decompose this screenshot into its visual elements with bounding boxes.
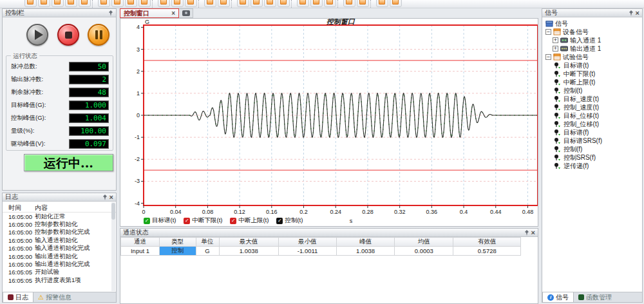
svg-text:4: 4	[137, 24, 140, 30]
tree-root-signal[interactable]: 信号	[544, 19, 641, 28]
toolbar-button[interactable]	[52, 0, 64, 7]
toolbar-button[interactable]	[324, 0, 336, 7]
tab-control-window[interactable]: 控制窗口 ×	[120, 8, 179, 18]
toolbar-button[interactable]	[138, 0, 151, 7]
toolbar-button[interactable]	[185, 0, 197, 7]
toolbar-icon	[54, 0, 61, 5]
log-tabbar: 日志 ⚠ 报警信息	[3, 292, 116, 302]
toolbar-button[interactable]	[278, 0, 290, 7]
tab-function-manager[interactable]: 函数管理	[574, 292, 616, 302]
toolbar-button[interactable]	[343, 0, 355, 7]
pin-icon[interactable]	[108, 10, 113, 16]
svg-text:0.28: 0.28	[362, 209, 374, 215]
toolbar-icon	[240, 0, 246, 5]
collapse-icon[interactable]: −	[545, 29, 551, 35]
tree-item[interactable]: 逆传递(f)	[544, 162, 641, 170]
tree-item[interactable]: −设备信号	[544, 28, 641, 36]
tree-item[interactable]: +输出通道 1	[544, 44, 641, 53]
tree-item[interactable]: 中断上限(t)	[544, 78, 641, 86]
table-row[interactable]: Input 1控制G1.0038-1.00111.00380.00030.572…	[121, 247, 521, 256]
tab-snapshot[interactable]	[179, 8, 193, 18]
toolbar-button[interactable]	[237, 0, 249, 7]
legend-checkbox[interactable]: ✓	[276, 218, 283, 224]
toolbar-button[interactable]	[310, 0, 323, 7]
toolbar-button[interactable]	[24, 0, 37, 7]
close-icon[interactable]: ×	[636, 10, 639, 16]
svg-text:0.24: 0.24	[330, 209, 341, 215]
toolbar-button[interactable]	[98, 0, 110, 7]
tree-item[interactable]: 目标谱(f)	[544, 128, 641, 137]
tree-item[interactable]: +输入通道 1	[544, 36, 641, 44]
tree-item[interactable]: 控制SRS(f)	[544, 153, 641, 162]
tree-item[interactable]: 控制(f)	[544, 145, 641, 153]
toolbar-button[interactable]	[264, 0, 276, 7]
tree-item[interactable]: 控制_位移(t)	[544, 120, 641, 128]
pin-icon[interactable]	[102, 195, 108, 200]
pin-icon[interactable]	[524, 230, 529, 236]
status-field-value: 2	[69, 75, 109, 84]
svg-text:-2: -2	[135, 156, 140, 162]
toolbar-button[interactable]	[125, 0, 137, 7]
pin-icon[interactable]	[629, 10, 634, 16]
toolbar-button[interactable]	[251, 0, 263, 7]
toolbar-icon	[141, 0, 147, 5]
toolbar-icon	[267, 0, 273, 5]
toolbar-button[interactable]	[38, 0, 50, 7]
toolbar-button[interactable]	[218, 0, 230, 7]
close-icon[interactable]: ×	[531, 230, 535, 236]
collapse-icon[interactable]: −	[545, 54, 551, 60]
expand-icon[interactable]: +	[553, 46, 558, 52]
signal-icon	[554, 154, 562, 161]
toolbar-button[interactable]	[390, 0, 402, 7]
tree-item[interactable]: 目标谱(t)	[544, 61, 641, 70]
status-field-value: 100.00	[69, 126, 109, 136]
control-panel: 控制栏 运行状态 脉冲总数:50输出脉冲数:2剩余脉冲数:48目标峰值(G):1…	[2, 8, 117, 191]
toolbar-button[interactable]	[171, 0, 184, 7]
tree-item[interactable]: 控制_速度(t)	[544, 103, 641, 111]
waveform-plot[interactable]: 43210-1-2-3-400.040.080.120.160.20.240.2…	[120, 19, 538, 230]
pause-button[interactable]	[88, 24, 109, 46]
tree-item[interactable]: −试验信号	[544, 53, 641, 61]
legend-checkbox[interactable]: ✓	[144, 218, 150, 224]
legend-checkbox[interactable]: ✓	[230, 218, 236, 224]
tree-label: 信号	[555, 19, 568, 28]
legend-item: ✓中断下限(t)	[184, 216, 222, 225]
log-scrollbar[interactable]	[111, 202, 115, 291]
toolbar-button[interactable]	[79, 0, 91, 7]
tab-alarm-info[interactable]: ⚠ 报警信息	[33, 292, 76, 302]
log-time: 16:05:00	[3, 221, 35, 228]
tab-log[interactable]: 日志	[3, 292, 33, 302]
toolbar-button[interactable]	[158, 0, 170, 7]
toolbar-button[interactable]	[65, 0, 77, 7]
toolbar-button[interactable]	[111, 0, 124, 7]
control-panel-title: 控制栏	[5, 8, 24, 17]
log-col-content: 内容	[35, 204, 48, 213]
toolbar-button[interactable]	[204, 0, 216, 7]
log-text: 输入通道初始化完成	[35, 244, 90, 252]
input-channel-icon	[560, 37, 568, 44]
svg-text:3: 3	[137, 46, 140, 53]
legend-item: ✓目标谱(t)	[144, 216, 176, 225]
log-col-time: 时间	[3, 204, 35, 213]
expand-icon[interactable]: +	[553, 37, 558, 43]
signal-icon	[554, 137, 562, 144]
close-icon[interactable]: ×	[109, 195, 113, 200]
legend-label: 中断下限(t)	[192, 216, 222, 225]
toolbar-separator	[198, 0, 202, 8]
log-text: 输出通道初始化	[35, 252, 78, 261]
toolbar-button[interactable]	[297, 0, 309, 7]
tree-item[interactable]: 中断下限(t)	[544, 70, 641, 78]
tree-item[interactable]: 目标谱SRS(f)	[544, 137, 641, 145]
toolbar-button[interactable]	[357, 0, 369, 7]
log-time: 16:05:00	[3, 253, 35, 260]
tree-item[interactable]: 目标_位移(t)	[544, 111, 641, 120]
play-button[interactable]	[26, 24, 48, 46]
stop-button[interactable]	[57, 24, 79, 46]
close-tab-icon[interactable]: ×	[171, 10, 175, 16]
toolbar-button[interactable]	[376, 0, 388, 7]
log-header: 时间 内容	[3, 204, 116, 213]
tree-item[interactable]: 目标_速度(t)	[544, 95, 641, 103]
tree-item[interactable]: 控制(t)	[544, 86, 641, 95]
legend-checkbox[interactable]: ✓	[184, 218, 190, 224]
tab-signals[interactable]: i 信号	[542, 292, 574, 302]
